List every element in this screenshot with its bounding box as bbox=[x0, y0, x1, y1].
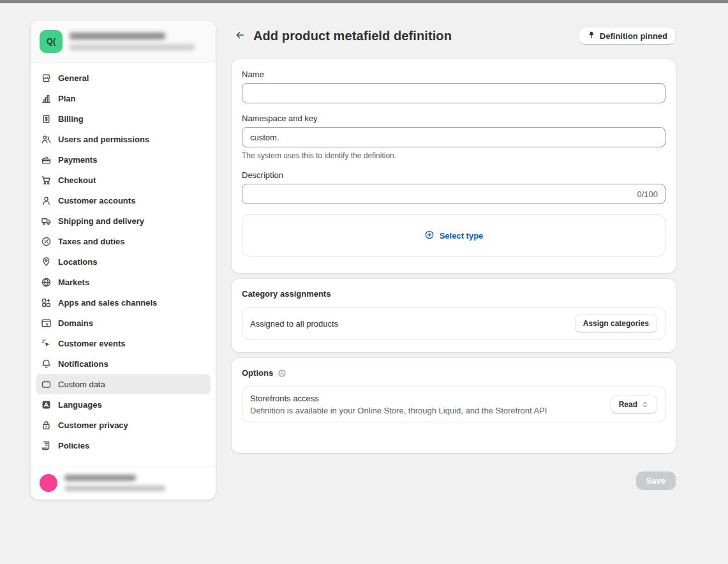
users-icon bbox=[41, 134, 52, 145]
lock-icon bbox=[41, 420, 52, 431]
sidebar-item-customer-accounts[interactable]: Customer accounts bbox=[36, 190, 211, 211]
sidebar-item-custom-data[interactable]: Custom data bbox=[36, 374, 211, 394]
store-header: Q( bbox=[31, 20, 216, 63]
select-type-label: Select type bbox=[440, 231, 484, 241]
plan-icon bbox=[41, 93, 52, 104]
store-identity bbox=[70, 33, 195, 50]
sidebar-item-notifications[interactable]: Notifications bbox=[36, 353, 211, 374]
percent-icon bbox=[41, 236, 52, 247]
description-input[interactable] bbox=[242, 184, 665, 204]
cursor-click-icon bbox=[41, 338, 52, 349]
namespace-label: Namespace and key bbox=[242, 114, 665, 123]
pin-icon bbox=[587, 31, 596, 41]
person-icon bbox=[41, 195, 52, 206]
bell-icon bbox=[41, 359, 52, 369]
user-name-redacted bbox=[64, 475, 136, 481]
storefronts-access-row: Storefronts access Definition is availab… bbox=[242, 387, 665, 422]
store-icon bbox=[41, 73, 52, 84]
name-label: Name bbox=[242, 70, 665, 79]
payments-icon bbox=[41, 154, 52, 165]
description-label: Description bbox=[242, 170, 665, 180]
sidebar-item-general[interactable]: General bbox=[36, 68, 211, 88]
name-input[interactable] bbox=[242, 83, 665, 103]
billing-icon bbox=[41, 114, 52, 124]
storefront-access-value: Read bbox=[619, 400, 637, 409]
sidebar-item-shipping-and-delivery[interactable]: Shipping and delivery bbox=[36, 211, 211, 231]
sidebar-item-users-and-permissions[interactable]: Users and permissions bbox=[36, 129, 211, 149]
category-assignments-title: Category assignments bbox=[242, 289, 331, 299]
updown-chevrons-icon bbox=[641, 401, 649, 408]
user-identity bbox=[64, 475, 165, 491]
settings-page: Q( General Plan Billing Users and permis… bbox=[0, 0, 728, 564]
store-name-redacted bbox=[70, 33, 165, 40]
truck-icon bbox=[41, 216, 52, 226]
assign-categories-button[interactable]: Assign categories bbox=[575, 315, 657, 332]
policies-scroll-icon bbox=[41, 440, 52, 451]
back-arrow-icon bbox=[235, 30, 245, 42]
globe-icon bbox=[41, 277, 52, 288]
options-card: Options Storefronts access Definition is… bbox=[232, 358, 676, 453]
select-type-button[interactable]: Select type bbox=[424, 230, 484, 242]
save-button[interactable]: Save bbox=[636, 471, 676, 490]
checkout-cart-icon bbox=[41, 175, 52, 186]
page-title: Add product metafield definition bbox=[253, 29, 452, 43]
options-title: Options bbox=[242, 368, 273, 378]
definition-card: Name Namespace and key The system uses t… bbox=[232, 59, 676, 273]
storefronts-access-text: Storefronts access Definition is availab… bbox=[250, 394, 547, 415]
settings-sidebar: Q( General Plan Billing Users and permis… bbox=[31, 20, 216, 500]
sidebar-item-apps-and-sales-channels[interactable]: Apps and sales channels bbox=[36, 292, 211, 313]
settings-nav: General Plan Billing Users and permissio… bbox=[31, 63, 216, 466]
storefronts-access-title: Storefronts access bbox=[250, 394, 547, 403]
sidebar-item-customer-events[interactable]: Customer events bbox=[36, 333, 211, 353]
sidebar-item-customer-privacy[interactable]: Customer privacy bbox=[36, 415, 211, 435]
store-domain-redacted bbox=[70, 44, 195, 50]
location-pin-icon bbox=[41, 256, 52, 267]
namespace-input[interactable] bbox=[242, 127, 665, 147]
description-field-group: Description 0/100 bbox=[242, 170, 665, 204]
definition-pinned-button[interactable]: Definition pinned bbox=[579, 27, 676, 45]
sidebar-item-languages[interactable]: Languages bbox=[36, 394, 211, 415]
apps-grid-icon bbox=[41, 297, 52, 308]
name-field-group: Name bbox=[242, 70, 665, 103]
category-assignments-card: Category assignments Assigned to all pro… bbox=[232, 279, 676, 352]
custom-data-icon bbox=[41, 379, 52, 390]
info-icon[interactable] bbox=[278, 369, 286, 378]
sidebar-item-billing[interactable]: Billing bbox=[36, 108, 211, 129]
user-avatar bbox=[40, 474, 57, 492]
page-header: Add product metafield definition Definit… bbox=[232, 27, 676, 45]
sidebar-item-checkout[interactable]: Checkout bbox=[36, 170, 211, 190]
namespace-field-group: Namespace and key The system uses this t… bbox=[242, 114, 665, 160]
storefront-access-select[interactable]: Read bbox=[611, 396, 657, 413]
plus-circle-icon bbox=[424, 230, 435, 242]
translate-icon bbox=[41, 399, 52, 410]
sidebar-item-policies[interactable]: Policies bbox=[36, 435, 211, 456]
sidebar-item-taxes-and-duties[interactable]: Taxes and duties bbox=[36, 231, 211, 251]
sidebar-item-domains[interactable]: Domains bbox=[36, 313, 211, 333]
category-status-text: Assigned to all products bbox=[250, 319, 338, 329]
sidebar-item-locations[interactable]: Locations bbox=[36, 251, 211, 272]
store-avatar: Q( bbox=[40, 30, 63, 53]
storefronts-access-description: Definition is available in your Online S… bbox=[250, 406, 547, 415]
sidebar-item-plan[interactable]: Plan bbox=[36, 88, 211, 108]
sidebar-item-payments[interactable]: Payments bbox=[36, 149, 211, 170]
user-email-redacted bbox=[64, 486, 165, 491]
user-footer[interactable] bbox=[31, 466, 216, 500]
description-char-counter: 0/100 bbox=[637, 189, 658, 199]
definition-pinned-label: Definition pinned bbox=[600, 31, 667, 41]
sidebar-item-markets[interactable]: Markets bbox=[36, 272, 211, 292]
namespace-help-text: The system uses this to identify the def… bbox=[242, 151, 665, 160]
back-button[interactable] bbox=[232, 27, 248, 44]
category-assignment-row: Assigned to all products Assign categori… bbox=[242, 308, 665, 339]
domains-browser-icon bbox=[41, 318, 52, 329]
select-type-container: Select type bbox=[242, 214, 665, 256]
save-row: Save bbox=[232, 471, 676, 490]
window-top-strip bbox=[0, 0, 728, 3]
